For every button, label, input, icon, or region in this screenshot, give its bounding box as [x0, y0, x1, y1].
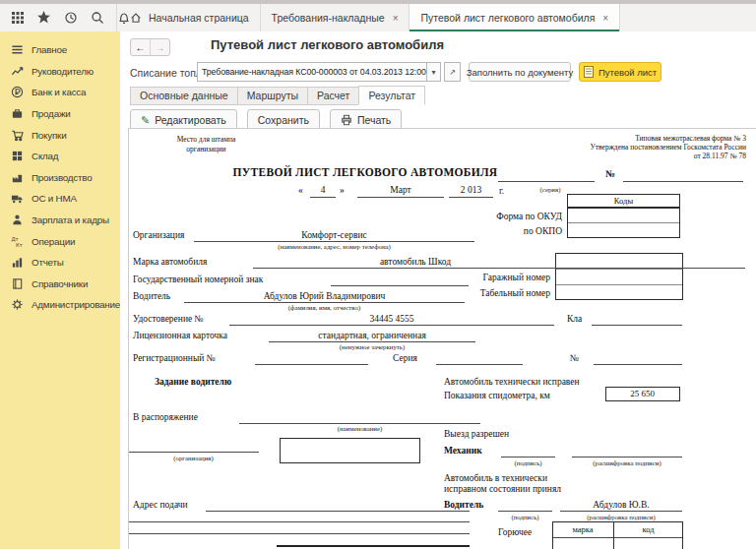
sidebar-item-label: Администрирование	[32, 299, 120, 310]
top-toolbar: Начальная страница Требования-накладные …	[0, 4, 756, 32]
sidebar-item-administration[interactable]: Администрирование	[0, 294, 120, 316]
plate-number-label: Государственный номерной знак	[133, 274, 263, 284]
sidebar-item-bank-cash[interactable]: Банк и касса	[0, 82, 120, 103]
underline	[206, 511, 470, 512]
tab-waybill[interactable]: Путевой лист легкового автомобиля ×	[410, 4, 620, 31]
disposal-label: В распоряжение	[133, 412, 198, 422]
sidebar-item-payroll-hr[interactable]: Зарплата и кадры	[0, 210, 120, 231]
svg-text:Дт: Дт	[11, 235, 18, 241]
sidebar-item-main[interactable]: Главное	[0, 39, 120, 61]
signature-decode-caption: (расшифровка подписи)	[558, 514, 684, 520]
underline	[623, 181, 743, 182]
year-suffix: г.	[499, 186, 504, 196]
codes-header: Коды	[568, 196, 679, 206]
fill-by-document-button[interactable]: Заполнить по документу	[469, 62, 571, 82]
tab-result[interactable]: Результат	[358, 86, 425, 105]
apps-grid-icon[interactable]	[10, 10, 25, 25]
quote-close: »	[340, 185, 345, 195]
underline	[194, 241, 474, 242]
license-card-caption: (ненужное зачеркнуть)	[269, 343, 475, 350]
tab-home-page[interactable]: Начальная страница	[116, 4, 261, 31]
tab-calculation[interactable]: Расчет	[307, 87, 358, 105]
date-day: 4	[310, 185, 336, 195]
close-icon[interactable]: ×	[393, 13, 399, 24]
tab-routes[interactable]: Маршруты	[237, 87, 307, 105]
tab-requisition-invoices[interactable]: Требования-накладные ×	[261, 4, 410, 31]
form-note-line3: от 28.11.97 № 78	[694, 152, 746, 160]
mechanic-label: Механик	[444, 446, 482, 456]
certificate-value: 34445 4555	[229, 314, 554, 324]
table-edge-line	[129, 521, 470, 522]
history-icon[interactable]	[63, 10, 78, 25]
underline	[255, 364, 368, 365]
printer-icon	[341, 114, 352, 126]
sidebar-item-label: Продажи	[32, 108, 71, 119]
sidebar-item-operations[interactable]: ДтКтОперации	[0, 230, 120, 252]
departure-allowed-text: Выезд разрешен	[444, 429, 509, 439]
service-icons	[10, 10, 131, 25]
organization-label: Организация	[133, 230, 184, 240]
app-window: Начальная страница Требования-накладные …	[0, 0, 756, 549]
waybill-print-preview[interactable]: Место для штампа организации Типовая меж…	[128, 128, 756, 549]
table-edge-line	[277, 545, 470, 547]
tab-label: Путевой лист легкового автомобиля	[420, 12, 595, 24]
odometer-value: 25 650	[606, 389, 678, 398]
okud-label: Форма по ОКУД	[454, 212, 562, 221]
sidebar-item-label: Главное	[32, 44, 67, 55]
codes-header-cell: Коды	[567, 194, 680, 208]
form-tabs: Основные данные Маршруты Расчет Результа…	[130, 88, 425, 105]
dropdown-button[interactable]: ▾	[426, 62, 441, 82]
pencil-icon: ✎	[141, 114, 150, 127]
accepted-line2: исправном состоянии принял	[444, 484, 561, 494]
registration-label: Регистрационный №	[133, 353, 216, 363]
fuel-label: Горючее	[498, 527, 532, 537]
accepted-line1: Автомобиль в технически	[444, 473, 547, 483]
sidebar-item-label: Справочники	[32, 278, 88, 289]
close-icon[interactable]: ×	[602, 13, 608, 24]
underline	[594, 364, 682, 365]
cart-icon	[11, 129, 24, 142]
forward-button[interactable]: →	[150, 39, 169, 55]
fuel-writeoff-input[interactable]: Требование-накладная КС00-000003 от 04.0…	[197, 62, 427, 82]
date-year: 2 013	[449, 185, 493, 195]
tab-label: Требования-накладные	[272, 12, 385, 24]
address-label: Адрес подачи	[133, 500, 188, 510]
organization-value: Комфорт-сервис	[194, 230, 474, 240]
sidebar-item-directories[interactable]: Справочники	[0, 274, 120, 295]
car-brand-value: автомобиль Шкод	[253, 257, 578, 267]
sidebar-item-label: Покупки	[32, 130, 66, 141]
sidebar-item-manager[interactable]: Руководителю	[0, 61, 120, 83]
sidebar-item-warehouse[interactable]: Склад	[0, 146, 120, 167]
browser-tabs: Начальная страница Требования-накладные …	[116, 4, 620, 31]
favorites-star-icon[interactable]	[36, 10, 51, 25]
gear-icon	[11, 298, 24, 311]
fuel-brand-header: марка	[552, 524, 613, 534]
underline	[253, 268, 745, 269]
odometer-label: Показания спидометра, км	[444, 391, 550, 400]
sidebar-item-purchases[interactable]: Покупки	[0, 124, 120, 146]
edit-button-label: Редактировать	[155, 114, 226, 126]
search-icon[interactable]	[90, 10, 104, 25]
sidebar-item-label: Склад	[32, 151, 58, 161]
num-label: №	[570, 353, 579, 363]
underline	[129, 452, 259, 453]
date-month: Март	[357, 185, 444, 195]
open-link-button[interactable]: ↗	[444, 62, 461, 82]
sidebar-item-production[interactable]: Производство	[0, 167, 120, 189]
underline	[449, 197, 493, 198]
driver-value: Абдулов Юрий Владимирович	[184, 291, 465, 301]
sidebar-item-sales[interactable]: Продажи	[0, 103, 120, 125]
waybill-button[interactable]: Путевой лист	[579, 62, 662, 82]
underline	[310, 197, 336, 198]
sidebar-item-fixed-assets[interactable]: ОС и НМА	[0, 188, 120, 210]
tab-main-data[interactable]: Основные данные	[130, 87, 237, 105]
driver-task-title: Задание водителю	[155, 377, 231, 387]
driver-label: Водитель	[133, 291, 170, 301]
sidebar-item-reports[interactable]: Отчеты	[0, 252, 120, 274]
license-card-value: стандартная, ограниченная	[269, 331, 475, 340]
truck-icon	[11, 192, 24, 205]
back-button[interactable]: ←	[131, 39, 150, 55]
empty-box	[280, 438, 420, 463]
signature-decode-caption: (расшифровка подписи)	[570, 459, 684, 466]
organization2-caption: (организация)	[137, 455, 250, 461]
